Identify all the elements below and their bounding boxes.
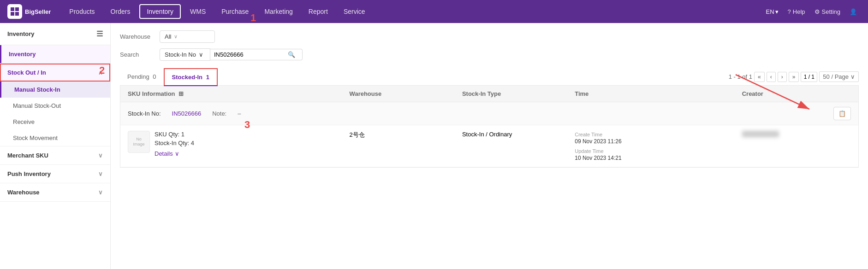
search-icon[interactable]: 🔍 [288,51,295,58]
pending-count: 0 [153,73,156,80]
table-header: SKU Information ⊞ Warehouse Stock-In Typ… [120,86,859,102]
create-time-label: Create Time [575,132,602,137]
sidebar-section-stock-out-in: Stock Out / In ∧ Manual Stock-In Manual … [0,64,110,146]
details-button[interactable]: Details ∨ [155,150,194,157]
chevron-down-icon-warehouse-filter: ∨ [174,34,178,40]
search-label: Search [120,51,152,58]
col-creator: Creator [742,90,851,97]
nav-orders[interactable]: Orders [104,5,137,18]
settings-button[interactable]: ⚙ Setting [811,6,844,17]
pagination-prev[interactable]: ‹ [767,72,776,82]
nav-inventory[interactable]: Inventory [139,4,181,19]
top-navigation: BigSeller Products Orders Inventory WMS … [0,0,868,23]
sku-qty: SKU Qty: 1 [155,131,194,138]
gear-icon: ⚙ [814,8,820,15]
menu-toggle-icon[interactable]: ☰ [96,29,103,38]
main-content: Warehouse All ∨ Search Stock-In No ∨ 🔍 [111,23,868,269]
tabs-row: Pending 0 Stocked-In 1 1 - 1 of 1 « ‹ › … [120,68,859,86]
help-button[interactable]: ? Help [784,6,809,17]
sidebar-item-stock-movement[interactable]: Stock Movement [0,130,110,146]
warehouse-filter-label: Warehouse [120,33,152,40]
col-warehouse: Warehouse [350,90,458,97]
table-row: NoImage SKU Qty: 1 Stock-In Qty: 4 Detai… [120,125,858,167]
col-stock-in-type: Stock-In Type [462,90,571,97]
tabs-left: Pending 0 Stocked-In 1 [120,68,218,85]
tab-stocked-in[interactable]: Stocked-In 1 [164,68,218,86]
sidebar-item-inventory[interactable]: Inventory [0,45,110,63]
help-icon: ? [788,8,791,15]
chevron-down-icon-push: ∨ [98,170,103,177]
creator-blurred [742,131,779,137]
chevron-down-icon-search: ∨ [199,51,203,58]
logo-icon [7,4,22,19]
sidebar-section-merchant-sku: Merchant SKU ∨ [0,146,110,165]
nav-marketing[interactable]: Marketing [258,5,299,18]
sidebar-item-receive[interactable]: Receive [0,114,110,130]
note-label: Note: [212,110,226,117]
sidebar-header: Inventory ☰ [0,23,110,45]
sidebar-item-merchant-sku[interactable]: Merchant SKU ∨ [0,146,110,164]
pagination-last[interactable]: » [789,72,799,82]
tab-pending[interactable]: Pending 0 [120,69,164,86]
sidebar-item-manual-stock-out[interactable]: Manual Stock-Out [0,98,110,114]
stock-in-row-header: Stock-In No: IN5026666 Note: – [120,102,858,125]
pagination-next[interactable]: › [778,72,787,82]
chevron-down-icon-merchant: ∨ [98,152,103,159]
warehouse-filter-row: Warehouse All ∨ [120,30,859,43]
search-row: Search Stock-In No ∨ 🔍 [120,48,859,61]
language-selector[interactable]: EN ▾ [762,6,782,17]
nav-products[interactable]: Products [63,5,101,18]
chevron-down-icon-details: ∨ [175,150,179,157]
creator-cell [742,131,851,137]
sidebar: Inventory ☰ Inventory Stock Out / In ∧ M… [0,23,111,269]
update-time-value: 10 Nov 2023 14:21 [575,155,621,161]
stock-in-type-cell: Stock-In / Ordinary [462,131,571,138]
stocked-in-count: 1 [206,74,209,81]
action-icon-button[interactable]: 📋 [833,107,851,120]
table-row-group: Stock-In No: IN5026666 Note: – [120,102,859,168]
sku-image: NoImage [128,131,150,153]
chevron-up-icon: ∧ [98,69,103,76]
chevron-down-icon-warehouse: ∨ [98,189,103,196]
nav-wms[interactable]: WMS [184,5,212,18]
update-time-label: Update Time [575,148,603,154]
pagination-row: 1 - 1 of 1 « ‹ › » 50 / Page ∨ [729,71,859,82]
sidebar-item-manual-stock-in[interactable]: Manual Stock-In [0,82,110,98]
nav-service[interactable]: Service [337,5,372,18]
main-layout: Inventory ☰ Inventory Stock Out / In ∧ M… [0,23,868,269]
col-sku-info: SKU Information ⊞ [128,90,346,97]
stock-in-no-link[interactable]: IN5026666 [172,110,202,117]
logo[interactable]: BigSeller [7,4,51,19]
time-cell: Create Time 09 Nov 2023 11:26 Update Tim… [575,131,738,161]
per-page-value: 50 / Page [823,73,849,80]
create-time-value: 09 Nov 2023 11:26 [575,138,621,145]
warehouse-cell: 2号仓 [350,131,458,139]
col-time: Time [575,90,738,97]
per-page-dropdown[interactable]: 50 / Page ∨ [819,71,859,82]
sku-cell: NoImage SKU Qty: 1 Stock-In Qty: 4 Detai… [128,131,346,157]
pagination-first[interactable]: « [754,72,765,82]
search-field-group: Stock-In No ∨ 🔍 [160,48,303,61]
note-value: – [238,110,241,117]
user-avatar[interactable]: 👤 [846,6,861,17]
sidebar-section-warehouse: Warehouse ∨ [0,183,110,202]
nav-report[interactable]: Report [302,5,334,18]
sidebar-item-warehouse[interactable]: Warehouse ∨ [0,183,110,201]
warehouse-dropdown[interactable]: All ∨ [160,30,215,43]
stock-in-qty: Stock-In Qty: 4 [155,140,194,146]
search-input-wrap: 🔍 [210,49,303,60]
sidebar-item-stock-out-in[interactable]: Stock Out / In ∧ [0,64,110,82]
add-column-icon[interactable]: ⊞ [178,90,184,97]
search-type-value: Stock-In No [165,51,196,58]
sidebar-item-push-inventory[interactable]: Push Inventory ∨ [0,165,110,183]
sidebar-section-inventory: Inventory [0,45,110,64]
sidebar-section-push-inventory: Push Inventory ∨ [0,165,110,183]
search-input[interactable] [214,51,288,58]
search-type-dropdown[interactable]: Stock-In No ∨ [160,48,210,61]
update-time-group: Update Time 10 Nov 2023 14:21 [575,147,738,161]
stock-in-no-label: Stock-In No: [128,110,161,117]
nav-purchase[interactable]: Purchase [215,5,255,18]
page-input[interactable] [801,72,817,82]
document-icon: 📋 [838,110,846,117]
create-time-group: Create Time 09 Nov 2023 11:26 [575,131,738,145]
